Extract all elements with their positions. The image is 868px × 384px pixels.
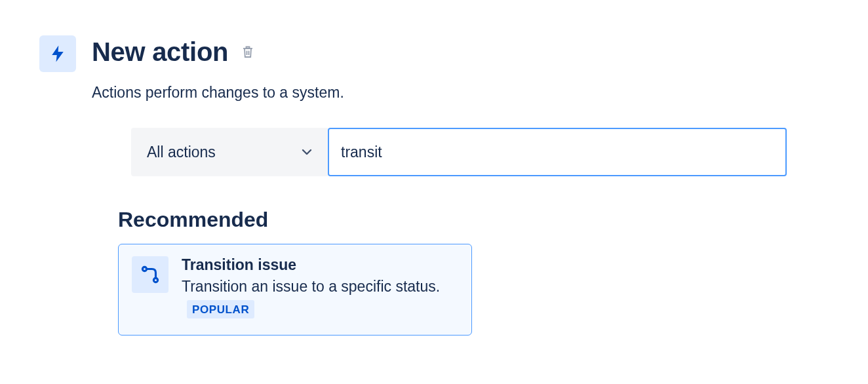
filter-row: All actions (131, 128, 829, 176)
header-row: New action (39, 31, 829, 72)
delete-button[interactable] (239, 43, 257, 61)
action-card-transition-issue[interactable]: Transition issue Transition an issue to … (118, 244, 472, 336)
search-input[interactable] (328, 128, 787, 176)
transition-icon (132, 256, 168, 293)
card-title: Transition issue (182, 256, 458, 274)
page-description: Actions perform changes to a system. (92, 84, 829, 102)
popular-badge: POPULAR (187, 300, 254, 319)
lightning-icon (39, 35, 76, 72)
dropdown-label: All actions (147, 144, 216, 161)
page-title: New action (92, 37, 228, 67)
category-dropdown[interactable]: All actions (131, 128, 328, 176)
chevron-down-icon (299, 144, 315, 160)
section-title: Recommended (118, 208, 829, 232)
trash-icon (240, 44, 256, 60)
card-description: Transition an issue to a specific status… (182, 275, 458, 320)
